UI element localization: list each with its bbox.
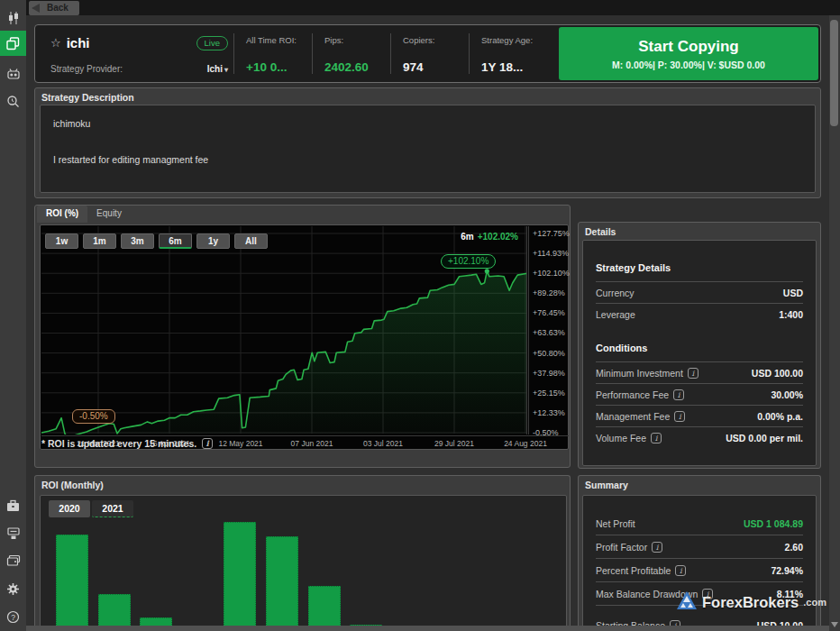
- header-stats-row: All Time ROI:+10 0...Pips:2402.60Copiers…: [233, 25, 557, 82]
- y-axis-label: +76.45%: [533, 308, 565, 317]
- start-value-label: -0.50%: [72, 409, 115, 424]
- watermark-tld: .com: [803, 597, 826, 608]
- details-row-value: USD 0.00 per mil.: [726, 433, 803, 444]
- bottom-scroll-band: [26, 626, 829, 631]
- info-icon[interactable]: i: [675, 565, 686, 576]
- robot-icon: [6, 68, 21, 80]
- scrollbar-down-arrow-icon[interactable]: [831, 622, 838, 627]
- tab-roi-percent[interactable]: ROI (%): [37, 206, 87, 223]
- search-clock-icon: [6, 95, 20, 108]
- sidebar-item-help[interactable]: ?: [0, 604, 26, 629]
- y-axis-label: +12.33%: [533, 408, 565, 417]
- monthly-bar: [308, 586, 341, 631]
- info-icon[interactable]: i: [652, 542, 662, 553]
- watermark-brand: ForexBrokers: [702, 594, 799, 611]
- sidebar-item-portfolio[interactable]: [0, 493, 26, 518]
- summary-row: Percent Profitablei72.94%: [596, 559, 803, 582]
- y-axis-label: +25.15%: [533, 389, 565, 398]
- range-button-1m[interactable]: 1m: [83, 233, 116, 249]
- roi-footnote: * ROI is updated every 15 minutes. i: [41, 438, 213, 449]
- range-button-6m[interactable]: 6m: [159, 233, 192, 249]
- stat-block: All Time ROI:+10 0...: [234, 25, 312, 82]
- roi-line-plot: 1w1m3m6m1yAll 6m+102.02% +102.10% -0.50%: [41, 226, 527, 434]
- y-axis-label: +63.63%: [533, 328, 565, 337]
- fees-summary-label: M: 0.00%| P: 30.00%| V: $USD 0.00: [612, 59, 765, 70]
- y-axis-label: +37.98%: [533, 369, 565, 378]
- scrollbar-thumb[interactable]: [830, 20, 838, 126]
- stat-value: +10 0...: [246, 60, 303, 74]
- description-line: I restarted for editing managment fee: [53, 154, 802, 165]
- sidebar-item-copy-strategies[interactable]: [0, 31, 26, 56]
- summary-row-label: Profit Factori: [596, 542, 662, 553]
- range-button-1y[interactable]: 1y: [196, 233, 230, 249]
- atm-icon: [6, 527, 21, 540]
- range-button-1w[interactable]: 1w: [45, 233, 78, 249]
- monthly-chart-area: 2020 2021: [40, 495, 567, 631]
- tab-equity[interactable]: Equity: [87, 206, 131, 223]
- watermark-logo-icon: [676, 590, 698, 614]
- details-row-value: USD 100.00: [752, 368, 803, 379]
- summary-row-value: USD 1 084.89: [744, 518, 803, 529]
- strategy-title: ichi: [67, 35, 90, 50]
- y-axis-label: +50.80%: [533, 349, 565, 358]
- sidebar-item-deposit[interactable]: [0, 521, 26, 546]
- sidebar-item-search-history[interactable]: [0, 88, 26, 114]
- details-section-heading: Strategy Details: [596, 262, 803, 273]
- summary-row-value: 2.60: [785, 542, 803, 553]
- last-value-tooltip: +102.10%: [441, 254, 496, 269]
- live-status-badge: Live: [196, 36, 228, 50]
- info-icon[interactable]: i: [202, 438, 213, 449]
- details-row-value: 30.00%: [771, 389, 803, 400]
- start-copying-label: Start Copying: [638, 38, 738, 56]
- monthly-bar: [56, 535, 88, 631]
- wallet-icon: [6, 554, 21, 567]
- info-icon[interactable]: i: [688, 368, 698, 379]
- details-card: Details Strategy DetailsCurrencyUSDLever…: [578, 222, 821, 469]
- year-tab-2020[interactable]: 2020: [49, 500, 90, 517]
- range-button-All[interactable]: All: [234, 233, 268, 249]
- details-row-value: 1:400: [779, 309, 803, 320]
- gear-icon: [6, 582, 20, 596]
- details-row: CurrencyUSD: [596, 281, 803, 303]
- favorite-star-icon[interactable]: ☆: [50, 36, 61, 50]
- left-sidebar: ?: [0, 0, 26, 631]
- sidebar-item-wallet[interactable]: [0, 548, 26, 573]
- legend-value: +102.02%: [478, 232, 518, 242]
- chart-legend: 6m+102.02%: [461, 232, 518, 242]
- top-bar: [26, 0, 840, 15]
- forexbrokers-watermark: ForexBrokers .com: [676, 590, 826, 614]
- year-tab-2021[interactable]: 2021: [92, 500, 133, 517]
- details-row-value: USD: [783, 288, 803, 298]
- stat-block: Copiers:974: [391, 25, 469, 82]
- details-row-label: Performance Feei: [596, 389, 684, 400]
- y-axis-label: +102.10%: [533, 269, 570, 278]
- strategy-page: ? Back ☆ ichi Live Strategy Provider: Ic…: [0, 0, 840, 631]
- description-line: ichimoku: [53, 118, 802, 129]
- provider-dropdown[interactable]: Ichi▾: [207, 64, 228, 74]
- page-scrollbar[interactable]: [829, 15, 840, 631]
- back-button[interactable]: Back: [29, 1, 79, 15]
- info-icon[interactable]: i: [651, 433, 662, 444]
- x-axis-label: 12 May 2021: [209, 439, 272, 448]
- monthly-bar: [224, 522, 256, 631]
- y-axis-label: +89.28%: [533, 288, 565, 297]
- stat-label: Strategy Age:: [481, 35, 538, 45]
- x-axis-label: 24 Aug 2021: [494, 439, 557, 448]
- info-icon[interactable]: i: [674, 411, 685, 422]
- start-copying-button[interactable]: Start Copying M: 0.00%| P: 30.00%| V: $U…: [559, 27, 818, 80]
- info-icon[interactable]: i: [673, 389, 684, 400]
- sidebar-item-trading[interactable]: [0, 5, 26, 31]
- details-row: Performance Feei30.00%: [596, 383, 803, 405]
- stat-label: All Time ROI:: [246, 35, 303, 45]
- back-label: Back: [47, 3, 68, 13]
- stat-block: Strategy Age:1Y 18...: [470, 25, 547, 82]
- y-axis-labels: +127.75%+114.93%+102.10%+89.28%+76.45%+6…: [528, 226, 568, 434]
- details-row: Management Feei0.00% p.a.: [596, 405, 803, 426]
- sidebar-item-robots[interactable]: [0, 61, 26, 87]
- summary-row-value: 72.94%: [771, 565, 803, 576]
- summary-row: Net ProfitUSD 1 084.89: [596, 512, 803, 535]
- details-row: Volume FeeiUSD 0.00 per mil.: [596, 426, 803, 448]
- range-button-3m[interactable]: 3m: [121, 233, 154, 249]
- sidebar-item-settings[interactable]: [0, 576, 26, 601]
- stat-value: 1Y 18...: [481, 60, 538, 74]
